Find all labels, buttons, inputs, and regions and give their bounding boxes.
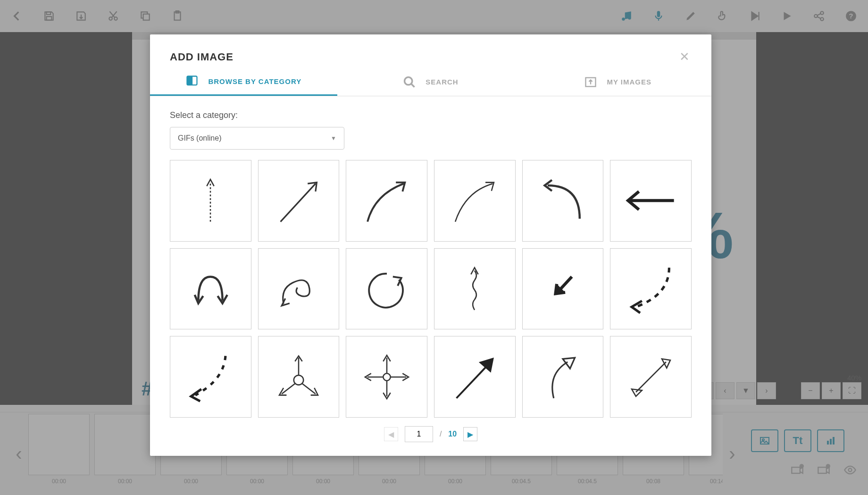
modal-title: ADD IMAGE: [170, 51, 234, 63]
pager-separator: /: [440, 430, 442, 438]
image-arrow-up-dashed[interactable]: [170, 160, 251, 242]
image-arrow-circle[interactable]: [346, 248, 427, 330]
image-grid: [170, 160, 692, 418]
tab-browse[interactable]: BROWSE BY CATEGORY: [150, 75, 337, 96]
modal-header: ADD IMAGE ✕: [150, 34, 711, 75]
chevron-down-icon: ▼: [331, 135, 336, 142]
tab-myimages-label: MY IMAGES: [607, 78, 651, 86]
search-icon: [403, 76, 416, 89]
image-arrows-cross[interactable]: [346, 336, 427, 418]
close-icon[interactable]: ✕: [677, 48, 692, 66]
image-arrow-curve-ne-2[interactable]: [434, 160, 516, 242]
pager-input[interactable]: [405, 426, 433, 442]
svg-point-29: [383, 373, 390, 380]
image-arrow-dashed-curve-left[interactable]: [610, 248, 692, 330]
svg-rect-25: [187, 76, 192, 85]
image-arrow-ne-triangle[interactable]: [434, 336, 516, 418]
tab-browse-label: BROWSE BY CATEGORY: [208, 77, 301, 85]
tab-search-label: SEARCH: [426, 78, 458, 86]
image-arrow-curve-ne[interactable]: [346, 160, 427, 242]
modal-tabs: BROWSE BY CATEGORY SEARCH MY IMAGES: [150, 75, 711, 96]
pager-prev-button[interactable]: ◀: [384, 427, 398, 441]
modal-body: Select a category: GIFs (online) ▼ ◀ / 1…: [150, 96, 711, 456]
upload-icon: [584, 76, 597, 89]
image-arrow-double-headed[interactable]: [610, 336, 692, 418]
image-arrow-diag-ne[interactable]: [258, 160, 340, 242]
pager-next-button[interactable]: ▶: [463, 427, 477, 441]
category-label: Select a category:: [170, 110, 692, 120]
image-arrows-three-out[interactable]: [258, 336, 340, 418]
tab-myimages[interactable]: MY IMAGES: [524, 75, 711, 96]
image-arrow-squiggle-up[interactable]: [434, 248, 516, 330]
pager: ◀ / 10 ▶: [170, 418, 692, 444]
category-select[interactable]: GIFs (online) ▼: [170, 127, 344, 150]
image-arrow-curve-up-triangle[interactable]: [522, 336, 604, 418]
image-arrow-short-diag[interactable]: [522, 248, 604, 330]
book-icon: [185, 75, 199, 88]
image-arrow-dashed-curve-2[interactable]: [170, 336, 251, 418]
svg-point-26: [405, 77, 412, 84]
add-image-modal: ADD IMAGE ✕ BROWSE BY CATEGORY SEARCH MY…: [150, 34, 711, 456]
tab-search[interactable]: SEARCH: [337, 75, 525, 96]
category-selected-value: GIFs (online): [178, 134, 221, 143]
image-arrow-spiral[interactable]: [258, 248, 340, 330]
image-arrow-curve-left[interactable]: [522, 160, 604, 242]
image-arrow-u-turn[interactable]: [170, 248, 251, 330]
pager-total: 10: [448, 430, 457, 438]
image-arrow-left-bold[interactable]: [610, 160, 692, 242]
svg-point-28: [294, 375, 303, 385]
